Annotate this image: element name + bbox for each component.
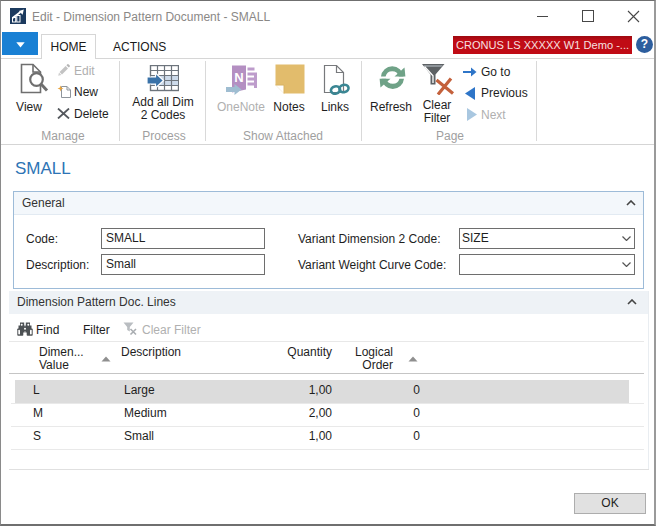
svg-text:N: N <box>234 70 243 85</box>
